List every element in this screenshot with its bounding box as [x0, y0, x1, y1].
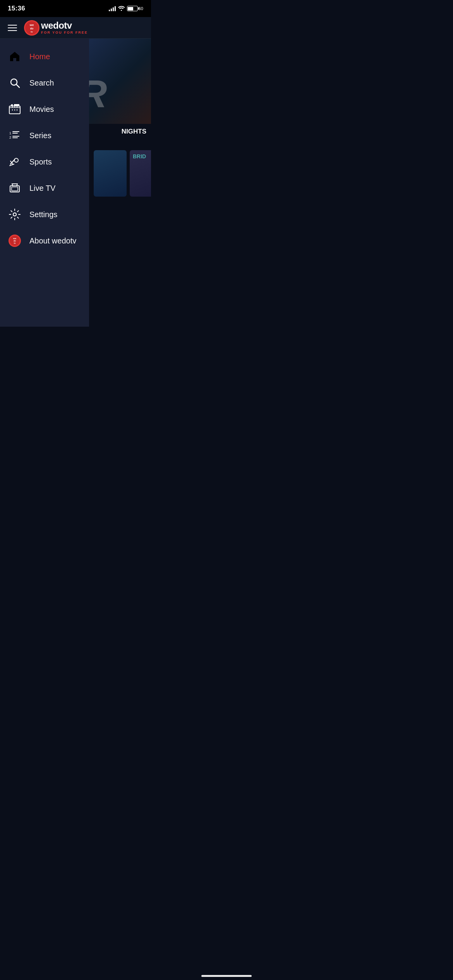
sidebar-item-sports[interactable]: Sports: [0, 149, 89, 175]
livetv-icon: [8, 181, 22, 195]
content-area: R NIGHTS THE DOLPHIN JOURNEY TO DINO ISL…: [89, 39, 151, 327]
svg-text:2: 2: [9, 135, 11, 139]
svg-rect-11: [12, 131, 19, 132]
sidebar-item-settings[interactable]: Settings: [0, 201, 89, 228]
movie-thumb-ocean[interactable]: [94, 150, 127, 197]
logo-text: wedotv FOR YOU FOR FREE: [41, 21, 88, 34]
svg-rect-15: [12, 137, 18, 138]
logo: we do tv wedotv FOR YOU FOR FREE: [23, 19, 88, 36]
movie-grid-1: THE DOLPHIN JOURNEY TO DINO ISLAND: [89, 139, 151, 146]
hamburger-line-3: [8, 30, 17, 31]
movie-thumb-bride[interactable]: BRID: [130, 150, 151, 197]
bride-text: BRID: [133, 153, 146, 159]
status-time: 15:36: [8, 5, 25, 12]
status-icons: 60: [109, 5, 143, 12]
svg-point-16: [14, 158, 18, 162]
svg-rect-14: [12, 136, 19, 137]
section-label: NIGHTS: [89, 124, 151, 139]
svg-rect-12: [12, 133, 18, 134]
movies-icon: [8, 102, 22, 116]
sports-label: Sports: [29, 158, 52, 166]
sidebar-item-livetv[interactable]: Live TV: [0, 175, 89, 201]
series-icon: 1 2: [8, 128, 22, 142]
logo-emblem: we do tv: [23, 19, 40, 36]
menu-button[interactable]: [6, 23, 19, 33]
svg-rect-9: [14, 104, 19, 106]
svg-rect-8: [11, 104, 13, 106]
svg-text:tv: tv: [31, 31, 33, 33]
status-bar: 15:36 60: [0, 0, 151, 17]
sidebar-item-search[interactable]: Search: [0, 70, 89, 96]
search-icon: [8, 76, 22, 90]
svg-line-6: [16, 84, 19, 87]
svg-text:do: do: [30, 27, 34, 30]
settings-icon: [8, 207, 22, 221]
sidebar-item-home[interactable]: Home: [0, 43, 89, 70]
series-label: Series: [29, 131, 51, 140]
about-icon: we do tv: [8, 234, 22, 248]
svg-text:tv: tv: [14, 242, 16, 244]
main-layout: Home Search Movies: [0, 39, 151, 327]
sidebar-item-series[interactable]: 1 2 Series: [0, 122, 89, 149]
signal-icon: [109, 6, 116, 11]
home-icon: [8, 50, 22, 63]
hero-letter: R: [89, 72, 107, 116]
svg-text:1: 1: [9, 131, 11, 135]
svg-point-26: [13, 213, 16, 216]
svg-rect-24: [12, 187, 18, 191]
header: we do tv wedotv FOR YOU FOR FREE: [0, 17, 151, 39]
logo-name: wedotv: [41, 21, 88, 31]
sidebar-item-movies[interactable]: Movies: [0, 96, 89, 122]
sidebar-item-about[interactable]: we do tv About wedotv: [0, 228, 89, 254]
search-label: Search: [29, 79, 54, 87]
movies-label: Movies: [29, 105, 54, 114]
hamburger-line-1: [8, 25, 17, 26]
battery-icon: 60: [127, 6, 143, 11]
sports-icon: [8, 155, 22, 169]
about-label: About wedotv: [29, 236, 76, 245]
movie-grid-2: BRID: [89, 147, 151, 200]
settings-label: Settings: [29, 210, 57, 219]
wifi-icon: [118, 5, 125, 12]
sidebar: Home Search Movies: [0, 39, 89, 327]
hamburger-line-2: [8, 27, 17, 28]
hero-image: R: [89, 39, 151, 124]
livetv-label: Live TV: [29, 184, 55, 193]
logo-tagline: FOR YOU FOR FREE: [41, 31, 88, 35]
svg-text:we: we: [29, 23, 34, 27]
home-label: Home: [29, 52, 50, 61]
